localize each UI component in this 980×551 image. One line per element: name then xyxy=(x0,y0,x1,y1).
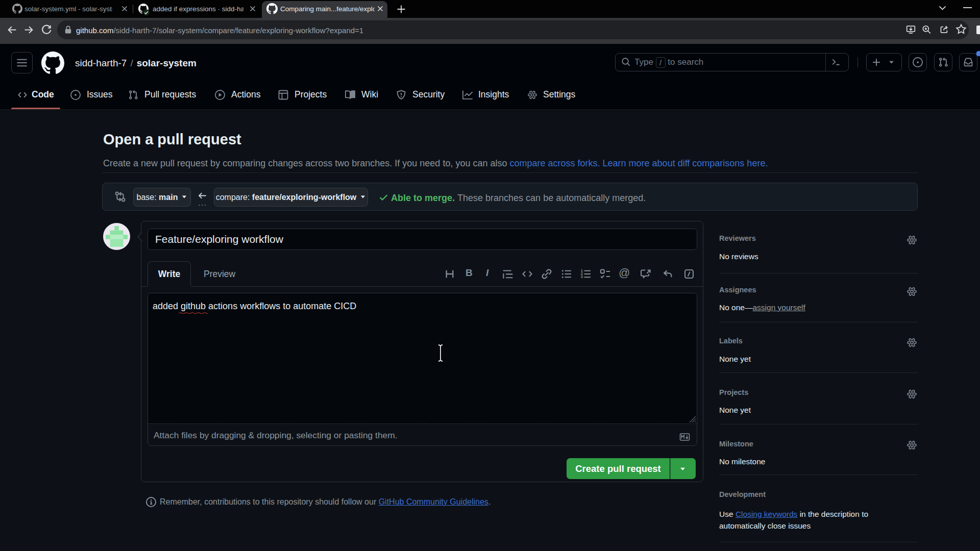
svg-text:3: 3 xyxy=(581,274,583,279)
